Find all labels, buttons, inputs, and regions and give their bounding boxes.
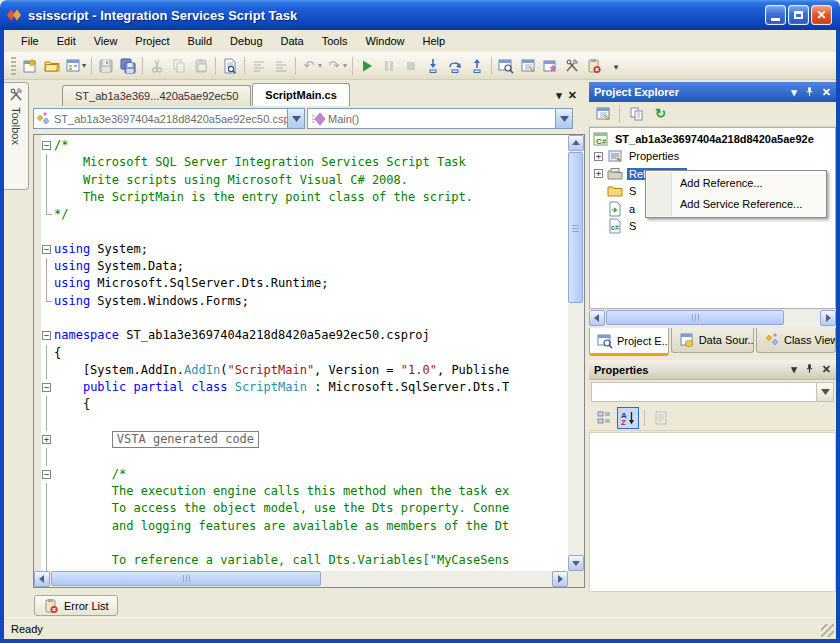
tree-item-st-ab1a3e3697404a218d842[interactable]: C#ST_ab1a3e3697404a218d8420a5ae92e bbox=[593, 130, 816, 147]
code-line[interactable]: /* bbox=[54, 137, 568, 154]
redo-button[interactable]: ↷▾ bbox=[324, 55, 349, 77]
code-line[interactable]: { bbox=[54, 345, 568, 362]
save-all-button[interactable] bbox=[117, 55, 139, 77]
code-line[interactable]: */ bbox=[54, 206, 568, 223]
redo-dropdown-icon[interactable]: ▾ bbox=[343, 61, 347, 70]
tree-expander-icon[interactable]: + bbox=[594, 152, 603, 161]
undo-button[interactable]: ↶▾ bbox=[299, 55, 324, 77]
new-project-button[interactable] bbox=[19, 55, 41, 77]
copy-button[interactable] bbox=[168, 55, 190, 77]
properties-object-combobox[interactable] bbox=[591, 382, 834, 402]
properties-button[interactable] bbox=[592, 104, 613, 125]
document-tab-0[interactable]: ST_ab1a3e369...420a5ae92ec50 bbox=[62, 85, 251, 106]
properties-window-button[interactable] bbox=[517, 55, 539, 77]
code-line[interactable]: using System.Windows.Forms; bbox=[54, 293, 568, 310]
tree-item-a[interactable]: a bbox=[594, 200, 637, 217]
project-explorer-tree[interactable]: C#ST_ab1a3e3697404a218d8420a5ae92e+Prope… bbox=[589, 127, 836, 309]
open-file-button[interactable] bbox=[41, 55, 63, 77]
members-combo-dropdown-icon[interactable] bbox=[555, 109, 572, 128]
error-list-button[interactable] bbox=[583, 55, 605, 77]
code-line[interactable]: /* bbox=[54, 466, 568, 483]
horizontal-scroll-thumb[interactable] bbox=[606, 310, 784, 325]
close-button[interactable]: ✕ bbox=[811, 5, 832, 25]
code-line[interactable]: using System; bbox=[54, 241, 568, 258]
scroll-up-icon[interactable] bbox=[568, 135, 584, 151]
types-combobox[interactable]: ST_ab1a3e3697404a218d8420a5ae92ec50.cspr bbox=[33, 108, 305, 129]
code-line[interactable] bbox=[54, 448, 568, 465]
tree-expander-icon[interactable]: + bbox=[594, 169, 603, 178]
code-line[interactable]: Write scripts using Microsoft Visual C# … bbox=[54, 172, 568, 189]
tool-tab-data-sour-[interactable]: Data Sour... bbox=[671, 328, 754, 353]
toolbox-button[interactable] bbox=[561, 55, 583, 77]
cut-button[interactable] bbox=[146, 55, 168, 77]
code-line[interactable]: The ScriptMain is the entry point class … bbox=[54, 189, 568, 206]
outlining-margin[interactable]: −−−−+− bbox=[41, 137, 54, 571]
code-line[interactable] bbox=[54, 414, 568, 431]
scroll-right-icon[interactable] bbox=[820, 310, 836, 326]
close-panel-icon[interactable]: ✕ bbox=[822, 87, 831, 98]
tree-item-s[interactable]: c#S bbox=[594, 218, 638, 235]
context-menu-item-add-service-reference[interactable]: Add Service Reference... bbox=[646, 194, 826, 215]
toolbar-options-button[interactable]: ▾ bbox=[605, 55, 627, 77]
outline-toggle[interactable]: − bbox=[41, 137, 54, 154]
code-line[interactable] bbox=[54, 535, 568, 552]
menu-window[interactable]: Window bbox=[356, 32, 413, 50]
paste-button[interactable] bbox=[190, 55, 212, 77]
combo-dropdown-icon[interactable] bbox=[816, 383, 833, 401]
minimize-button[interactable] bbox=[765, 5, 786, 25]
context-menu-item-add-reference[interactable]: Add Reference... bbox=[646, 173, 826, 194]
menu-file[interactable]: File bbox=[12, 32, 48, 50]
scroll-right-icon[interactable] bbox=[552, 571, 568, 587]
tool-tab-project-e-[interactable]: Project E... bbox=[589, 328, 669, 356]
code-line[interactable]: public partial class ScriptMain : Micros… bbox=[54, 379, 568, 396]
toolbox-tab[interactable]: Toolbox bbox=[4, 82, 29, 190]
panel-menu-chevron-icon[interactable]: ▾ bbox=[791, 87, 797, 98]
vertical-scroll-thumb[interactable] bbox=[568, 152, 583, 303]
scroll-down-icon[interactable] bbox=[568, 555, 584, 571]
show-all-files-button[interactable] bbox=[626, 104, 647, 125]
code-line[interactable]: The execution engine calls this method w… bbox=[54, 483, 568, 500]
members-combobox[interactable]: Main() bbox=[307, 108, 573, 129]
code-line[interactable]: [System.AddIn.AddIn("ScriptMain", Versio… bbox=[54, 362, 568, 379]
horizontal-scroll-thumb[interactable] bbox=[51, 571, 321, 586]
undo-dropdown-icon[interactable]: ▾ bbox=[318, 61, 322, 70]
menu-view[interactable]: View bbox=[85, 32, 127, 50]
code-line[interactable]: and logging features are available as me… bbox=[54, 518, 568, 535]
editor-horizontal-scrollbar[interactable] bbox=[34, 571, 568, 587]
menu-tools[interactable]: Tools bbox=[313, 32, 357, 50]
close-panel-icon[interactable]: ✕ bbox=[822, 364, 831, 375]
close-document-icon[interactable]: ✕ bbox=[568, 89, 577, 102]
add-new-item-button[interactable]: ▾ bbox=[63, 55, 88, 77]
scroll-left-icon[interactable] bbox=[34, 571, 50, 587]
types-combo-dropdown-icon[interactable] bbox=[287, 109, 304, 128]
outline-toggle[interactable]: + bbox=[41, 431, 54, 448]
code-line[interactable]: using Microsoft.SqlServer.Dts.Runtime; bbox=[54, 275, 568, 292]
uncomment-selection-button[interactable] bbox=[270, 55, 292, 77]
tree-item-properties[interactable]: +Properties bbox=[594, 148, 681, 165]
error-list-button[interactable]: Error List bbox=[34, 595, 118, 616]
outline-toggle[interactable]: − bbox=[41, 466, 54, 483]
pin-icon[interactable] bbox=[804, 86, 815, 99]
code-line[interactable]: using System.Data; bbox=[54, 258, 568, 275]
tab-list-chevron-icon[interactable]: ▾ bbox=[556, 89, 562, 102]
collapsed-region[interactable]: VSTA generated code bbox=[112, 431, 259, 448]
tree-horizontal-scrollbar[interactable] bbox=[589, 310, 836, 327]
code-line[interactable]: Microsoft SQL Server Integration Service… bbox=[54, 154, 568, 171]
code-line[interactable]: To access the object model, use the Dts … bbox=[54, 500, 568, 517]
toolbar-grip[interactable] bbox=[11, 57, 16, 75]
pin-icon[interactable] bbox=[804, 363, 815, 376]
code-text[interactable]: /* Microsoft SQL Server Integration Serv… bbox=[54, 137, 568, 571]
categorized-button[interactable] bbox=[593, 407, 615, 429]
comment-selection-button[interactable] bbox=[248, 55, 270, 77]
code-line[interactable]: { bbox=[54, 396, 568, 413]
editor-vertical-scrollbar[interactable] bbox=[568, 135, 584, 571]
outline-toggle[interactable]: − bbox=[41, 327, 54, 344]
stop-debugging-button[interactable] bbox=[400, 55, 422, 77]
save-button[interactable] bbox=[95, 55, 117, 77]
resize-grip[interactable] bbox=[821, 624, 834, 637]
add-new-item-dropdown-icon[interactable]: ▾ bbox=[82, 61, 86, 70]
step-out-button[interactable] bbox=[466, 55, 488, 77]
code-editor[interactable]: −−−−+− /* Microsoft SQL Server Integrati… bbox=[33, 134, 585, 588]
menu-build[interactable]: Build bbox=[179, 32, 221, 50]
start-debugging-button[interactable] bbox=[356, 55, 378, 77]
